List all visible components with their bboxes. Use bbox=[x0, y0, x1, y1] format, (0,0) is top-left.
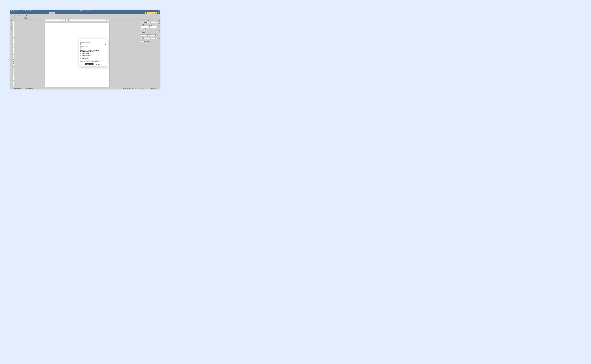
svg-point-35 bbox=[105, 44, 106, 44]
protect-button[interactable]: Защитить bbox=[85, 63, 93, 65]
radio-tracked-changes[interactable]: Отслеживаемые изменения bbox=[80, 56, 106, 58]
protect-dialog: Защитить Пароль (необязательно) Повторит… bbox=[79, 39, 107, 66]
radio-fill-forms-label: Заполнение форм bbox=[82, 55, 91, 56]
radio-comments[interactable]: Комментарии bbox=[80, 58, 106, 59]
editing-mode-section-title: Разрешить только указанный способ редакт… bbox=[80, 50, 106, 52]
modal-overlay: Защитить Пароль (необязательно) Повторит… bbox=[10, 10, 160, 89]
radio-icon bbox=[80, 58, 81, 59]
repeat-password-input[interactable] bbox=[80, 47, 106, 49]
password-input[interactable] bbox=[80, 43, 106, 45]
show-password-icon[interactable] bbox=[105, 44, 106, 45]
radio-comments-label: Комментарии bbox=[82, 58, 89, 59]
dialog-title-bar: Защитить bbox=[79, 39, 107, 41]
radio-tracked-changes-label: Отслеживаемые изменения bbox=[82, 56, 96, 58]
svg-point-34 bbox=[105, 44, 106, 45]
radio-icon bbox=[80, 53, 81, 54]
radio-icon bbox=[80, 55, 81, 56]
dialog-title: Защитить bbox=[91, 39, 96, 41]
radio-readonly[interactable]: Только чтение bbox=[80, 53, 106, 54]
radio-readonly-label: Только чтение bbox=[82, 53, 89, 54]
password-warning: Внимание. Если пароль забыт или утерян, … bbox=[80, 60, 106, 62]
password-label: Пароль (необязательно) bbox=[80, 42, 106, 43]
repeat-password-field-wrap bbox=[80, 47, 106, 49]
password-field-wrap bbox=[80, 43, 106, 45]
radio-fill-forms[interactable]: Заполнение форм bbox=[80, 55, 106, 56]
repeat-password-label: Повторить пароль bbox=[80, 46, 106, 47]
app-window: Документы Новый документ.docx ДП Файл Гл… bbox=[10, 10, 160, 89]
radio-icon bbox=[80, 57, 81, 58]
dialog-body: Пароль (необязательно) Повторить пароль … bbox=[79, 41, 107, 66]
close-icon[interactable] bbox=[106, 39, 107, 40]
dialog-button-row: Защитить Отмена bbox=[80, 63, 106, 65]
cancel-button[interactable]: Отмена bbox=[94, 63, 102, 65]
